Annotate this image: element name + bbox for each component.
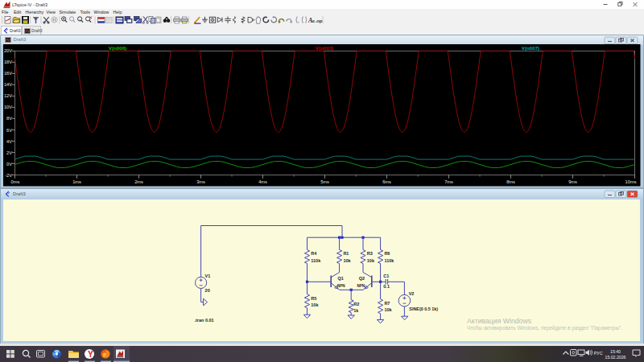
- svg-text:10k: 10k: [367, 258, 375, 263]
- svg-text:1k: 1k: [353, 308, 359, 313]
- svg-text:V2: V2: [409, 291, 415, 296]
- svg-text:10k: 10k: [384, 307, 392, 312]
- svg-text:15.02.2026: 15.02.2026: [605, 355, 626, 360]
- svg-text:РУС: РУС: [594, 351, 603, 356]
- svg-text:10ms: 10ms: [625, 179, 637, 184]
- svg-text:8V: 8V: [6, 116, 12, 121]
- svg-text:R7: R7: [384, 301, 390, 306]
- svg-text:110k: 110k: [311, 258, 321, 263]
- svg-text:6V: 6V: [6, 128, 12, 133]
- svg-text:C1: C1: [383, 274, 389, 278]
- svg-text:20: 20: [205, 288, 210, 293]
- svg-text:.op: .op: [316, 19, 323, 23]
- svg-text:Q2: Q2: [359, 276, 365, 281]
- svg-text:Чтобы активировать Windows, пе: Чтобы активировать Windows, перейдите в …: [467, 325, 622, 331]
- svg-text:NPN: NPN: [357, 284, 365, 288]
- svg-text:R3: R3: [367, 251, 373, 256]
- svg-text:V(n003): V(n003): [316, 45, 333, 51]
- svg-text:V(n006): V(n006): [109, 45, 126, 51]
- svg-text:20V: 20V: [4, 48, 12, 53]
- svg-text:8ms: 8ms: [506, 179, 515, 184]
- svg-text:18V: 18V: [4, 60, 12, 64]
- svg-text:12V: 12V: [4, 93, 12, 98]
- svg-text:16V: 16V: [4, 71, 12, 76]
- svg-text:2ms: 2ms: [134, 179, 143, 184]
- svg-text:NPN: NPN: [337, 284, 345, 288]
- svg-text:5ms: 5ms: [320, 179, 329, 184]
- svg-text:R4: R4: [311, 251, 317, 256]
- svg-text:.tran 0.01: .tran 0.01: [195, 318, 214, 323]
- svg-text:V1: V1: [205, 274, 211, 278]
- svg-text:4V: 4V: [6, 139, 12, 144]
- svg-text:4ms: 4ms: [258, 179, 267, 184]
- svg-text:6ms: 6ms: [382, 179, 391, 184]
- svg-text:1ms: 1ms: [72, 179, 81, 184]
- svg-text:3ms: 3ms: [196, 179, 205, 184]
- svg-text:R5: R5: [311, 296, 316, 301]
- svg-text:0V: 0V: [6, 162, 12, 167]
- svg-text:10V: 10V: [4, 105, 12, 109]
- svg-text:0.1: 0.1: [383, 284, 390, 289]
- svg-text:0ms: 0ms: [11, 179, 20, 184]
- svg-text:10k: 10k: [311, 302, 319, 307]
- svg-text:Q1: Q1: [338, 276, 344, 281]
- svg-text:R1: R1: [343, 251, 349, 256]
- svg-text:R2: R2: [353, 302, 359, 306]
- svg-text:9ms: 9ms: [568, 179, 577, 184]
- svg-text:14V: 14V: [4, 82, 12, 87]
- svg-text:V(n007): V(n007): [522, 45, 539, 51]
- svg-text:-2V: -2V: [5, 173, 12, 178]
- svg-text:a: a: [312, 19, 315, 23]
- svg-text:7ms: 7ms: [444, 179, 453, 184]
- svg-text:Активация Windows: Активация Windows: [467, 317, 532, 325]
- svg-text:10k: 10k: [343, 258, 351, 263]
- svg-text:2V: 2V: [6, 150, 12, 155]
- svg-text:R6: R6: [384, 251, 390, 256]
- svg-text:110k: 110k: [384, 258, 394, 263]
- svg-text:15:40: 15:40: [610, 349, 621, 354]
- svg-text:SINE(0 0.5 1k): SINE(0 0.5 1k): [409, 306, 438, 311]
